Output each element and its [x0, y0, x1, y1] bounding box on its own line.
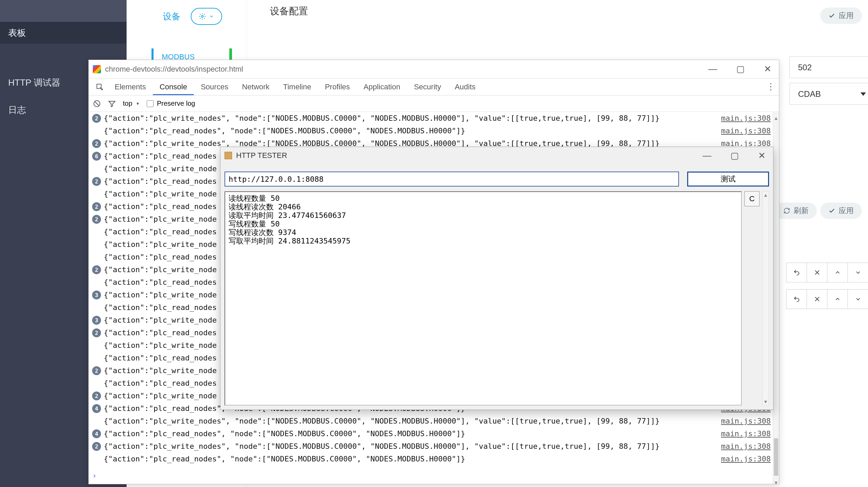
chevron-up-icon — [834, 269, 841, 276]
apply-button-2[interactable]: 应用 — [820, 203, 862, 219]
minimize-button[interactable]: — — [705, 62, 721, 76]
element-picker-icon[interactable] — [91, 78, 108, 95]
move-up-button[interactable] — [827, 263, 848, 282]
output-textarea[interactable]: 读线程数量 50 读线程读次数 20466 读取平均时间 23.47746156… — [225, 191, 742, 405]
subnav-tab-label: 设备 — [163, 11, 180, 23]
output-scrollbar[interactable]: ▲ ▼ — [762, 191, 769, 405]
maximize-button[interactable]: ▢ — [727, 149, 742, 162]
log-source-link[interactable]: main.js:308 — [721, 124, 771, 137]
log-count-badge: 2 — [92, 265, 101, 274]
console-log-row[interactable]: {"action":"plc_read_nodes", "node":["NOD… — [89, 124, 779, 137]
clear-button[interactable]: C — [744, 191, 760, 206]
settings-dropdown[interactable] — [191, 8, 222, 25]
console-log-row[interactable]: {"action":"plc_write_nodes", "node":["NO… — [89, 415, 779, 427]
log-text: {"action":"plc_write_nodes", "node":["NO… — [104, 112, 721, 124]
test-button[interactable]: 测试 — [687, 172, 769, 187]
context-label: top — [123, 100, 132, 107]
devtools-tab-timeline[interactable]: Timeline — [276, 78, 318, 95]
devtools-titlebar[interactable]: chrome-devtools://devtools/inspector.htm… — [89, 60, 779, 78]
log-source-link[interactable]: main.js:308 — [721, 415, 771, 427]
log-count-badge: 2 — [92, 442, 101, 451]
log-text: {"action":"plc_read_nodes", "node":["NOD… — [104, 124, 721, 137]
devtools-url: chrome-devtools://devtools/inspector.htm… — [105, 65, 243, 74]
delete-button[interactable] — [807, 290, 827, 309]
console-toolbar: top ▼ Preserve log — [89, 95, 779, 112]
maximize-button[interactable]: ▢ — [733, 62, 748, 76]
node-toolbar-rows — [786, 263, 868, 316]
sidebar-dashboard[interactable]: 表板 — [0, 22, 127, 44]
log-source-link[interactable]: main.js:308 — [721, 112, 771, 124]
log-count-badge: 2 — [92, 139, 101, 148]
console-prompt[interactable]: › — [92, 469, 97, 482]
tester-app-icon — [225, 152, 232, 159]
node-toolbar-row — [786, 289, 868, 309]
log-text: {"action":"plc_read_nodes", "node":["NOD… — [104, 453, 721, 465]
devtools-tab-application[interactable]: Application — [357, 78, 407, 95]
chevron-down-icon — [209, 14, 214, 19]
check-icon — [828, 12, 835, 19]
devtools-tab-security[interactable]: Security — [407, 78, 448, 95]
preserve-log-checkbox[interactable] — [147, 100, 154, 107]
log-count-badge: 4 — [92, 404, 101, 413]
log-text: {"action":"plc_write_nodes", "node":["NO… — [104, 415, 721, 427]
undo-button[interactable] — [786, 290, 807, 309]
apply-label: 应用 — [839, 11, 854, 21]
move-down-button[interactable] — [848, 290, 868, 309]
close-button[interactable]: ✕ — [761, 62, 775, 76]
console-log-row[interactable]: 2{"action":"plc_write_nodes", "node":["N… — [89, 440, 779, 453]
log-count-badge: 6 — [92, 152, 101, 161]
undo-icon — [793, 269, 800, 276]
chevron-down-icon — [855, 296, 862, 302]
port-field[interactable]: 502 — [790, 56, 868, 78]
subnav-tab-device[interactable]: 设备 — [138, 0, 247, 33]
log-source-link[interactable]: main.js:308 — [721, 427, 771, 440]
chevron-down-icon — [855, 269, 862, 276]
console-log-row[interactable]: 4{"action":"plc_read_nodes", "node":["NO… — [89, 427, 779, 440]
apply-label-2: 应用 — [839, 206, 854, 216]
console-log-row[interactable]: 2{"action":"plc_write_nodes", "node":["N… — [89, 112, 779, 124]
log-text: {"action":"plc_read_nodes", "node":["NOD… — [104, 427, 721, 440]
devtools-tab-console[interactable]: Console — [153, 78, 194, 95]
check-icon — [828, 207, 835, 214]
minimize-button[interactable]: — — [699, 149, 715, 162]
gear-icon — [199, 13, 206, 20]
devtools-tab-audits[interactable]: Audits — [448, 78, 482, 95]
log-count-badge: 2 — [92, 328, 101, 337]
page-title: 设备配置 — [270, 5, 308, 18]
console-scrollbar[interactable]: ▲ ▼ — [773, 112, 779, 484]
refresh-button[interactable]: 刷新 — [775, 203, 817, 219]
context-select[interactable]: top ▼ — [123, 100, 140, 107]
devtools-tab-profiles[interactable]: Profiles — [318, 78, 357, 95]
scrollbar-thumb[interactable] — [774, 438, 778, 476]
log-source-link[interactable]: main.js:308 — [721, 453, 771, 465]
log-count-badge: 2 — [92, 114, 101, 123]
console-log-row[interactable]: {"action":"plc_read_nodes", "node":["NOD… — [89, 453, 779, 465]
devtools-tab-elements[interactable]: Elements — [108, 78, 153, 95]
close-button[interactable]: ✕ — [755, 149, 769, 162]
undo-button[interactable] — [786, 263, 807, 282]
undo-icon — [793, 296, 800, 302]
byteorder-select[interactable]: CDAB — [790, 83, 868, 105]
log-count-badge: 4 — [92, 429, 101, 438]
log-count-badge: 3 — [92, 291, 101, 299]
devtools-tab-sources[interactable]: Sources — [194, 78, 235, 95]
move-down-button[interactable] — [848, 263, 868, 282]
clear-console-icon[interactable] — [93, 100, 101, 108]
log-count-badge: 3 — [92, 316, 101, 325]
move-up-button[interactable] — [827, 290, 848, 309]
apply-button[interactable]: 应用 — [820, 8, 862, 24]
filter-icon[interactable] — [108, 100, 116, 108]
tester-titlebar[interactable]: HTTP TESTER — ▢ ✕ — [220, 147, 773, 164]
log-count-badge: 2 — [92, 366, 101, 375]
delete-button[interactable] — [807, 263, 827, 282]
svg-point-0 — [201, 15, 203, 17]
log-count-badge: 2 — [92, 215, 101, 224]
log-count-badge: 2 — [92, 177, 101, 186]
devtools-tab-network[interactable]: Network — [235, 78, 276, 95]
devtools-menu-icon[interactable]: ⋮ — [763, 78, 779, 95]
log-source-link[interactable]: main.js:308 — [721, 440, 771, 453]
url-input[interactable] — [225, 172, 679, 187]
preserve-log-label: Preserve log — [157, 100, 195, 107]
preserve-log-toggle[interactable]: Preserve log — [147, 100, 195, 107]
refresh-icon — [783, 207, 790, 214]
